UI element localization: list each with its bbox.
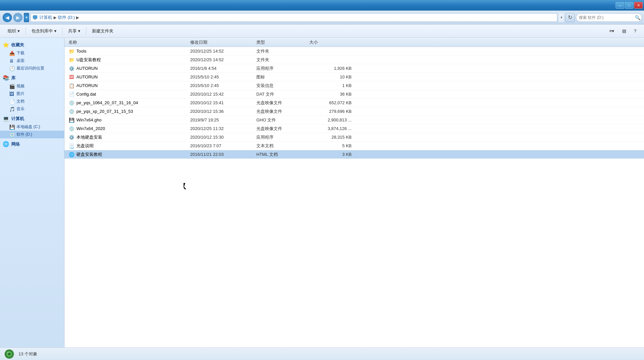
table-row[interactable]: 🌐 硬盘安装教程 2016/11/21 22:03 HTML 文档 3 KB [64, 150, 644, 159]
file-name-cell: ⚙️ AUTORUN [64, 66, 190, 71]
col-header-size[interactable]: 大小 [309, 39, 356, 45]
search-button[interactable]: 🔍 [633, 14, 641, 22]
sidebar-header-network[interactable]: 🌐 网络 [0, 140, 64, 149]
table-row[interactable]: 📁 Tools 2020/12/25 14:52 文件夹 [64, 47, 644, 56]
maximize-button[interactable]: □ [625, 2, 633, 9]
sidebar-section-library: 📚 库 🎬 视频 🖼 图片 📄 文档 🎵 音乐 [0, 73, 64, 113]
share-button[interactable]: 共享 ▾ [64, 26, 84, 36]
sidebar-header-favorites[interactable]: ⭐ 收藏夹 [0, 40, 64, 49]
video-icon: 🎬 [9, 84, 15, 89]
close-button[interactable]: ✕ [634, 2, 643, 9]
file-date: 2020/10/12 15:41 [190, 100, 256, 105]
music-label: 音乐 [17, 106, 24, 112]
sidebar-section-network: 🌐 网络 [0, 140, 64, 149]
filelist-area: 名称 修改日期 类型 大小 📁 Tools 2020/12/25 14:52 文… [64, 38, 644, 347]
search-input[interactable] [576, 13, 642, 22]
new-folder-button[interactable]: 新建文件夹 [88, 26, 117, 36]
file-name: Config.dat [76, 92, 96, 97]
file-type: 应用程序 [256, 66, 309, 71]
file-name: pe_yqs_1064_20_07_31_16_04 [76, 100, 138, 105]
refresh-button[interactable]: ↻ [565, 13, 575, 22]
back-button[interactable]: ◀ [3, 13, 12, 22]
file-date: 2016/10/23 7:07 [190, 143, 256, 148]
file-name: 本地硬盘安装 [76, 134, 102, 140]
table-row[interactable]: ⚙️ 本地硬盘安装 2020/10/12 15:30 应用程序 28,315 K… [64, 133, 644, 142]
file-name-cell: 💿 pe_yqs_xp_20_07_31_15_53 [64, 109, 190, 114]
sidebar-item-documents[interactable]: 📄 文档 [0, 98, 64, 105]
sidebar-item-recent[interactable]: 🕐 最近访问的位置 [0, 65, 64, 72]
table-row[interactable]: 💿 Win7x64_2020 2020/12/25 11:32 光盘映像文件 3… [64, 124, 644, 133]
file-date: 2015/5/10 2:45 [190, 83, 256, 88]
sidebar-header-computer[interactable]: 💻 计算机 [0, 114, 64, 123]
sidebar-section-favorites: ⭐ 收藏夹 📥 下载 🖥 桌面 🕐 最近访问的位置 [0, 40, 64, 72]
favorites-icon: ⭐ [3, 42, 9, 48]
sidebar-item-music[interactable]: 🎵 音乐 [0, 105, 64, 113]
file-size: 3 KB [309, 152, 356, 157]
table-row[interactable]: 📁 U盘安装教程 2020/12/25 14:52 文件夹 [64, 56, 644, 64]
sidebar-header-library[interactable]: 📚 库 [0, 73, 64, 82]
file-name-cell: 📁 U盘安装教程 [64, 57, 190, 63]
sidebar-item-desktop[interactable]: 🖥 桌面 [0, 57, 64, 65]
table-row[interactable]: 💾 Win7x64.gho 2019/9/7 19:25 GHO 文件 2,90… [64, 116, 644, 124]
file-date: 2020/12/25 14:52 [190, 49, 256, 54]
computer-label: 计算机 [11, 116, 24, 122]
col-header-type[interactable]: 类型 [256, 39, 309, 45]
sidebar-item-c-drive[interactable]: 💾 本地磁盘 (C:) [0, 123, 64, 131]
view-dropdown-button[interactable]: ≡▾ [606, 26, 618, 36]
forward-button[interactable]: ▶ [13, 13, 22, 22]
pictures-label: 图片 [17, 91, 24, 97]
table-row[interactable]: 🖼 AUTORUN 2015/5/10 2:45 图标 10 KB [64, 73, 644, 81]
include-library-button[interactable]: 包含到库中 ▾ [28, 26, 60, 36]
breadcrumb-drive[interactable]: 软件 (D:) [58, 15, 75, 21]
organize-button[interactable]: 组织 ▾ [4, 26, 23, 36]
file-name-cell: 📁 Tools [64, 48, 190, 54]
file-name-cell: ⚙️ 本地硬盘安装 [64, 134, 190, 140]
table-row[interactable]: 💿 pe_yqs_1064_20_07_31_16_04 2020/10/12 … [64, 99, 644, 107]
documents-icon: 📄 [9, 99, 15, 104]
file-type: GHO 文件 [256, 117, 309, 123]
file-name: AUTORUN [76, 74, 98, 79]
breadcrumb-dropdown-button[interactable]: ▾ [559, 13, 564, 22]
file-name: 硬盘安装教程 [76, 152, 102, 158]
table-row[interactable]: 📄 Config.dat 2020/10/12 15:42 DAT 文件 36 … [64, 90, 644, 99]
sidebar-item-pictures[interactable]: 🖼 图片 [0, 90, 64, 98]
file-name-cell: 📃 光盘说明 [64, 143, 190, 149]
file-type: 文本文档 [256, 143, 309, 149]
sidebar-item-d-drive[interactable]: 💿 软件 (D:) [0, 131, 64, 138]
preview-pane-button[interactable]: ▤ [619, 26, 630, 36]
file-icon-dat: 📄 [68, 91, 74, 97]
sidebar-section-computer: 💻 计算机 💾 本地磁盘 (C:) 💿 软件 (D:) [0, 114, 64, 138]
music-icon: 🎵 [9, 107, 15, 112]
col-header-date[interactable]: 修改日期 [190, 39, 256, 45]
nav-dropdown-button[interactable]: ▾ [24, 13, 29, 22]
table-row[interactable]: ⚙️ AUTORUN 2016/1/8 4:54 应用程序 1,926 KB [64, 64, 644, 73]
toolbar-sep-2 [62, 27, 63, 35]
file-size: 1,926 KB [309, 66, 356, 71]
file-type: DAT 文件 [256, 91, 309, 97]
file-name-cell: 💾 Win7x64.gho [64, 117, 190, 123]
minimize-button[interactable]: — [616, 2, 624, 9]
file-icon-exe: ⚙️ [68, 134, 74, 140]
file-size: 1 KB [309, 83, 356, 88]
breadcrumb-computer[interactable]: 计算机 [39, 15, 52, 21]
sidebar-item-downloads[interactable]: 📥 下载 [0, 49, 64, 57]
table-row[interactable]: 💿 pe_yqs_xp_20_07_31_15_53 2020/10/12 15… [64, 107, 644, 116]
breadcrumb-sep-1: ▶ [54, 15, 57, 20]
computer-sidebar-icon: 💻 [3, 115, 9, 122]
help-button[interactable]: ? [630, 26, 640, 36]
file-type: 图标 [256, 74, 309, 80]
desktop-label: 桌面 [17, 58, 24, 64]
file-name: AUTORUN [76, 83, 98, 88]
file-type: 安装信息 [256, 83, 309, 89]
file-size: 36 KB [309, 92, 356, 97]
computer-icon [33, 15, 38, 20]
col-header-name[interactable]: 名称 [64, 39, 190, 45]
svg-rect-0 [33, 16, 37, 19]
file-date: 2020/10/12 15:36 [190, 109, 256, 114]
sidebar-item-video[interactable]: 🎬 视频 [0, 82, 64, 90]
file-name-cell: 🌐 硬盘安装教程 [64, 152, 190, 158]
table-row[interactable]: 📋 AUTORUN 2015/5/10 2:45 安装信息 1 KB [64, 81, 644, 90]
file-name-cell: 💿 pe_yqs_1064_20_07_31_16_04 [64, 100, 190, 106]
statusbar-icon [4, 349, 15, 359]
table-row[interactable]: 📃 光盘说明 2016/10/23 7:07 文本文档 5 KB [64, 142, 644, 150]
